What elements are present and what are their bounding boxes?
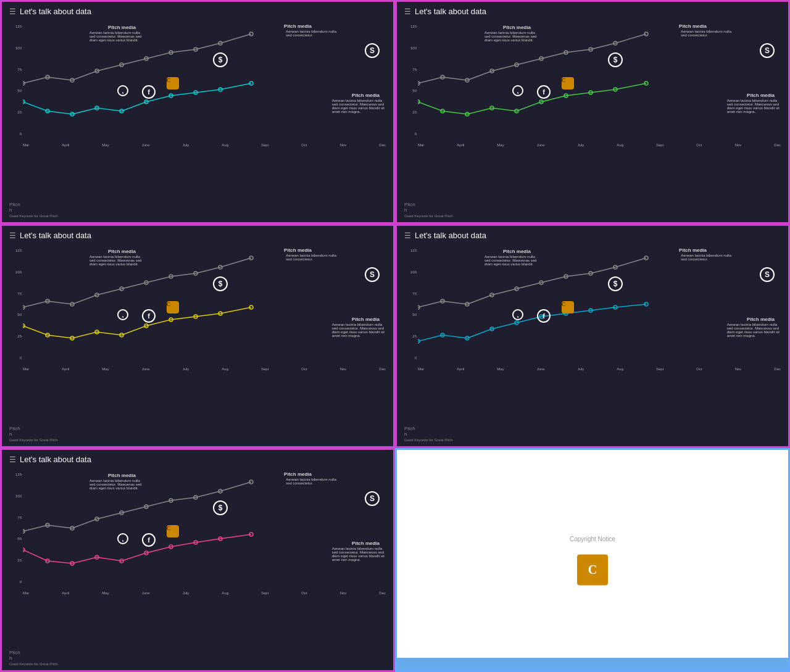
badge-dollar-4: $ [608,276,623,291]
badge-comma-3: , [117,309,128,320]
badge-c-1: C [167,77,179,89]
badge-c-5: C [167,525,179,537]
badge-c-3: C [167,301,179,313]
chart-5: 0255075100125 [9,467,386,596]
y-axis-5: 0255075100125 [9,473,22,584]
slide-5-title: ☰ Let's talk about data [9,455,386,464]
menu-icon-3: ☰ [9,231,16,240]
slide-3-title: ☰ Let's talk about data [9,231,386,240]
badge-f-4: f [537,309,551,323]
chart-4: 0255075100125 [404,243,781,372]
menu-icon-1: ☰ [9,7,16,16]
slide-4-footer: PitchhGood Keynote for Great Pitch [404,426,453,442]
x-axis-4: MarAprilMayJuneJulyAugSeptOctNovDec [418,367,781,371]
badge-s-1: S [365,43,380,58]
x-axis-2: MarAprilMayJuneJulyAugSeptOctNovDec [418,143,781,147]
x-axis-3: MarAprilMayJuneJulyAugSeptOctNovDec [23,367,386,371]
copyright-logo: C [577,554,608,585]
slide-1-title: ☰ Let's talk about data [9,7,386,16]
slide-4: ☰ Let's talk about data 0255075100125 [395,224,790,448]
badge-dollar-1: $ [213,52,228,67]
slide-6-copyright: Copyright Notice C [395,448,790,672]
chart-2: 0255075100125 [404,19,781,148]
slide-2-footer: PitchhGood Keynote for Great Pitch [404,202,453,218]
slide-5-footer: PitchhGood Keynote for Great Pitch [9,650,58,666]
badge-comma-5: , [117,533,128,544]
badge-dollar-3: $ [213,276,228,291]
slide-1-footer: PitchhGood Keynote for Great Pitch [9,202,58,218]
badge-c-4: C [562,301,574,313]
x-axis-5: MarAprilMayJuneJulyAugSeptOctNovDec [23,591,386,595]
badge-f-1: f [142,85,156,99]
badge-s-5: S [365,491,380,506]
badge-s-3: S [365,267,380,282]
slide-1: ☰ Let's talk about data 0255075100125 [0,0,395,224]
badge-s-2: S [760,43,775,58]
copyright-text: Copyright Notice [570,535,615,542]
badge-f-5: f [142,533,156,547]
y-axis-1: 0255075100125 [9,25,22,136]
chart-3: 0255075100125 [9,243,386,372]
x-axis-1: MarAprilMayJuneJulyAugSeptOctNovDec [23,143,386,147]
badge-f-2: f [537,85,551,99]
slide-3: ☰ Let's talk about data 0255075100125 [0,224,395,448]
menu-icon-2: ☰ [404,7,411,16]
slide-5: ☰ Let's talk about data 0255075100125 [0,448,395,672]
badge-comma-4: , [512,309,523,320]
slide-2-title: ☰ Let's talk about data [404,7,781,16]
menu-icon-4: ☰ [404,231,411,240]
badge-dollar-2: $ [608,52,623,67]
copyright-container: Copyright Notice C [570,535,615,585]
copyright-blue-bar [397,658,788,670]
chart-1: 0255075100125 [9,19,386,148]
badge-dollar-5: $ [213,500,228,515]
badge-s-4: S [760,267,775,282]
badge-c-2: C [562,77,574,89]
y-axis-2: 0255075100125 [404,25,417,136]
menu-icon-5: ☰ [9,455,16,464]
slide-4-title: ☰ Let's talk about data [404,231,781,240]
slide-3-footer: PitchhGood Keynote for Great Pitch [9,426,58,442]
y-axis-3: 0255075100125 [9,249,22,360]
badge-comma-1: , [117,85,128,96]
badge-comma-2: , [512,85,523,96]
y-axis-4: 0255075100125 [404,249,417,360]
slide-2: ☰ Let's talk about data 0255075100125 [395,0,790,224]
badge-f-3: f [142,309,156,323]
